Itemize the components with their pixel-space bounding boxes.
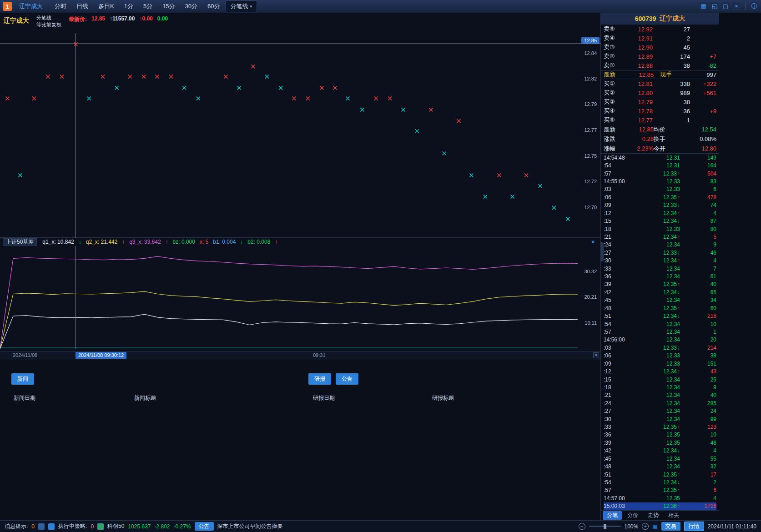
tick-row[interactable]: :0312.336 bbox=[604, 186, 716, 193]
zoom-in-icon[interactable]: + bbox=[642, 523, 649, 530]
tick-row[interactable]: :2412.349 bbox=[604, 241, 716, 249]
toolbar-tab[interactable]: 多日K bbox=[94, 1, 119, 12]
tick-row[interactable]: :0312.33↓214 bbox=[604, 344, 716, 351]
tick-row[interactable]: :5712.33↑504 bbox=[604, 170, 716, 177]
tick-row[interactable]: :2112.34↑5 bbox=[604, 233, 716, 241]
window-icon[interactable]: ▢ bbox=[721, 2, 730, 10]
tick-row[interactable]: :4812.35↑60 bbox=[604, 304, 716, 312]
app-logo[interactable]: 1 bbox=[3, 2, 12, 11]
tick-row[interactable]: :3012.3499 bbox=[604, 415, 716, 423]
bid-row[interactable]: 买③12.7938 bbox=[601, 97, 719, 106]
tick-row[interactable]: :5712.35↑6 bbox=[604, 487, 716, 494]
subchart-close-icon[interactable]: × bbox=[591, 238, 598, 246]
notice-badge[interactable]: 公告 bbox=[195, 522, 214, 531]
bid-row[interactable]: 买④12.7836+9 bbox=[601, 106, 719, 115]
toolbar-tab[interactable]: 日线 bbox=[72, 1, 93, 12]
ask-row[interactable]: 卖⑤12.9227 bbox=[601, 25, 719, 34]
tick-row[interactable]: :2412.34285 bbox=[604, 399, 716, 407]
report-tab-button[interactable]: 研报 bbox=[308, 373, 331, 385]
tick-row[interactable]: :4512.3455 bbox=[604, 455, 716, 462]
tick-row[interactable]: :4812.3432 bbox=[604, 462, 716, 470]
ask-row[interactable]: 卖④12.912 bbox=[601, 34, 719, 43]
zoom-slider[interactable] bbox=[589, 526, 621, 527]
tick-row[interactable]: :1512.34↓87 bbox=[604, 217, 716, 225]
toolbar-tab[interactable]: 15分 bbox=[158, 1, 179, 12]
tick-price-value: 12.33 bbox=[666, 178, 680, 185]
strategy-stop-icon[interactable] bbox=[48, 523, 55, 530]
toolbar-tab[interactable]: 1分 bbox=[120, 1, 138, 12]
tick-row[interactable]: :1512.3425 bbox=[604, 376, 716, 383]
zoom-slider-thumb[interactable] bbox=[604, 524, 606, 529]
info-icon[interactable]: ⓘ bbox=[750, 2, 758, 10]
ask-row[interactable]: 卖②12.89174+7 bbox=[601, 52, 719, 61]
toolbar-tab[interactable]: 60分 bbox=[203, 1, 224, 12]
timeline-dropdown-icon[interactable]: ▾ bbox=[593, 352, 599, 358]
tick-row[interactable]: :3012.34↑4 bbox=[604, 256, 716, 264]
tick-row[interactable]: :0912.33↓74 bbox=[604, 201, 716, 209]
panel-collapse-handle[interactable] bbox=[600, 242, 604, 261]
bid-row[interactable]: 买⑤12.771 bbox=[601, 115, 719, 125]
strategy-run-icon[interactable] bbox=[38, 523, 45, 530]
subchart-title[interactable]: 上证50基差 bbox=[3, 238, 37, 246]
tick-row[interactable]: :3312.347 bbox=[604, 265, 716, 272]
ask-row[interactable]: 卖①12.8838-82 bbox=[601, 61, 719, 70]
bid-row[interactable]: 买①12.81338+322 bbox=[601, 79, 719, 88]
current-stock-tab[interactable]: 辽宁成大 bbox=[16, 2, 49, 10]
tick-row[interactable]: :1212.34↑43 bbox=[604, 367, 716, 375]
notice-ticker[interactable]: 深市上市公司早间公告摘要 bbox=[217, 522, 283, 530]
tick-row[interactable]: :5412.3410 bbox=[604, 320, 716, 328]
tick-row[interactable]: 15:00:0312.36↑1726 bbox=[604, 502, 716, 510]
close-icon[interactable]: × bbox=[732, 2, 741, 10]
ask-row[interactable]: 卖③12.9045 bbox=[601, 43, 719, 52]
tick-row[interactable]: :3912.35↑40 bbox=[604, 281, 716, 288]
tick-list[interactable]: 14:54:4812.31149:5412.31164:5712.33↑5041… bbox=[601, 154, 719, 510]
zoom-out-icon[interactable]: − bbox=[579, 523, 585, 530]
quote-button[interactable]: 行情 bbox=[684, 522, 704, 531]
toolbar-tab-selected[interactable]: 分笔线▾ bbox=[226, 0, 257, 12]
tick-row[interactable]: 14:55:0012.3383 bbox=[604, 177, 716, 185]
tick-row[interactable]: :5412.31164 bbox=[604, 161, 716, 169]
tick-row[interactable]: 14:54:4812.31149 bbox=[604, 154, 716, 161]
panel-tab[interactable]: 分价 bbox=[623, 511, 642, 520]
tick-row[interactable]: :0912.33151 bbox=[604, 360, 716, 367]
toolbar-tab[interactable]: 5分 bbox=[139, 1, 157, 12]
tick-row[interactable]: 14:56:0012.3420 bbox=[604, 336, 716, 344]
tick-row[interactable]: :4212.34↓65 bbox=[604, 288, 716, 296]
tick-row[interactable]: :1212.34↑4 bbox=[604, 209, 716, 217]
tick-row[interactable]: :3912.3546 bbox=[604, 439, 716, 447]
trade-button[interactable]: 交易 bbox=[661, 522, 680, 531]
tick-chart[interactable]: 辽宁成大 分笔线 等比前复权 最新价:12.85↑11557.00↑0.000.… bbox=[0, 13, 600, 238]
tick-row[interactable]: :5412.34↓2 bbox=[604, 478, 716, 486]
time-axis[interactable]: 2024/11/08 2024/11/08 09:30:12 09:31 ▾ bbox=[0, 351, 600, 360]
toolbar-tab[interactable]: 30分 bbox=[181, 1, 202, 12]
tick-row[interactable]: :1812.349 bbox=[604, 383, 716, 391]
index-name[interactable]: 科创50 bbox=[107, 522, 124, 530]
popout-icon[interactable]: ◱ bbox=[711, 2, 719, 10]
tick-row[interactable]: :1812.3380 bbox=[604, 225, 716, 233]
tick-row[interactable]: :5112.34↓218 bbox=[604, 312, 716, 320]
tick-row[interactable]: :2112.3440 bbox=[604, 391, 716, 399]
panel-tab[interactable]: 相关 bbox=[664, 511, 683, 520]
tick-row[interactable]: 14:57:0012.354 bbox=[604, 494, 716, 502]
tick-row[interactable]: :3612.3461 bbox=[604, 272, 716, 280]
notice-tab-button[interactable]: 公告 bbox=[336, 373, 358, 385]
tick-row[interactable]: :2712.33↓46 bbox=[604, 249, 716, 256]
news-tab-button[interactable]: 新闻 bbox=[11, 373, 34, 385]
tick-row[interactable]: :0612.3339 bbox=[604, 352, 716, 360]
tick-row[interactable]: :0612.35↑478 bbox=[604, 193, 716, 201]
bid-row[interactable]: 买②12.80989+561 bbox=[601, 88, 719, 97]
basis-chart[interactable]: 上证50基差 q1_x: 10.842↓q2_x: 21.442↑q3_x: 3… bbox=[0, 238, 600, 351]
panel-tab[interactable]: 分笔 bbox=[603, 511, 622, 520]
tick-row[interactable]: :4512.3434 bbox=[604, 296, 716, 304]
tick-row[interactable]: :5112.35↑17 bbox=[604, 471, 716, 478]
panel-tab[interactable]: 走势 bbox=[644, 511, 663, 520]
tick-row[interactable]: :3312.35↑123 bbox=[604, 423, 716, 431]
index-doc-icon[interactable] bbox=[97, 523, 104, 530]
grid-icon[interactable]: ▦ bbox=[700, 2, 708, 10]
layout-grid-icon[interactable]: ▦ bbox=[652, 523, 657, 530]
tick-row[interactable]: :2712.3424 bbox=[604, 407, 716, 415]
toolbar-tab[interactable]: 分时 bbox=[50, 1, 71, 12]
tick-row[interactable]: :4212.34↓4 bbox=[604, 447, 716, 455]
tick-row[interactable]: :3612.3510 bbox=[604, 431, 716, 439]
tick-row[interactable]: :5712.341 bbox=[604, 328, 716, 336]
